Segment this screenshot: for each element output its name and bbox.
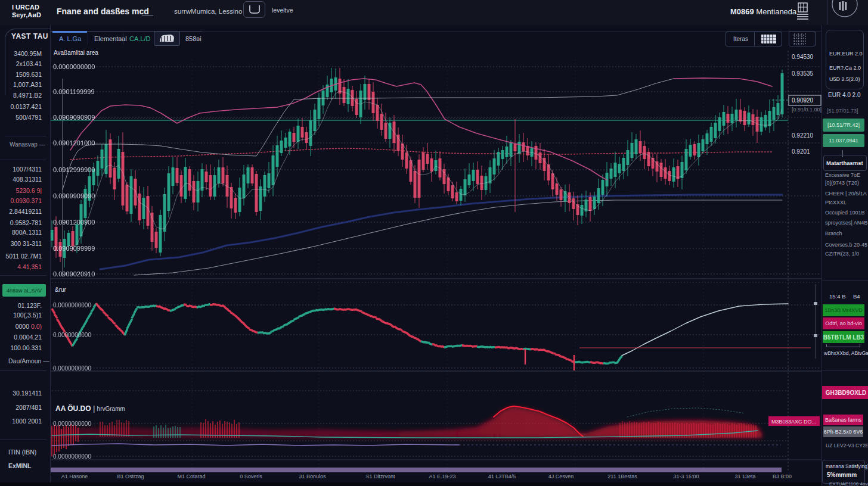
svg-text:M3Bc83AXC DO...: M3Bc83AXC DO... [771, 419, 816, 425]
svg-text:4J Cesven: 4J Cesven [548, 473, 574, 479]
svg-text:&rur: &rur [55, 286, 67, 293]
svg-text:M1 Cotarad: M1 Cotarad [177, 473, 205, 479]
svg-text:0.94530: 0.94530 [792, 54, 814, 60]
svg-text:0.92210: 0.92210 [792, 132, 814, 139]
svg-text:S1 Ditzrvont: S1 Ditzrvont [365, 473, 395, 479]
svg-text:0.93535: 0.93535 [792, 70, 814, 77]
svg-text:0 Soveris: 0 Soveris [240, 473, 262, 479]
svg-text:A1 E.19-23: A1 E.19-23 [429, 473, 455, 479]
svg-text:31 13eta: 31 13eta [734, 473, 755, 479]
svg-text:B1 Ostrzag: B1 Ostrzag [117, 473, 144, 479]
svg-text:Avaßamlitai area: Avaßamlitai area [54, 49, 98, 56]
svg-text:31-3 15:00: 31-3 15:00 [673, 473, 699, 479]
svg-text:0.0909090909: 0.0909090909 [53, 114, 95, 121]
svg-text:31 Bonulos: 31 Bonulos [299, 473, 326, 479]
svg-text:0.0909909090: 0.0909909090 [53, 192, 95, 200]
svg-text:41 L3TB4/5: 41 L3TB4/5 [488, 473, 516, 479]
svg-text:B3 B:00: B3 B:00 [773, 473, 792, 479]
svg-text:0.0000000000: 0.0000000000 [53, 332, 91, 338]
svg-text:211 1Bestas: 211 1Bestas [607, 473, 637, 479]
svg-text:[0.91/0.1.00]: [0.91/0.1.00] [792, 107, 822, 113]
svg-text:0.0000000000: 0.0000000000 [53, 365, 91, 372]
svg-text:0.0000000000: 0.0000000000 [53, 63, 95, 70]
svg-text:AA ÖU.DO | hrvGramm: AA ÖU.DO | hrvGramm [55, 404, 125, 413]
svg-text:0.90920: 0.90920 [792, 97, 814, 104]
svg-text:0.9201: 0.9201 [792, 148, 810, 155]
svg-text:0.0000000000: 0.0000000000 [53, 420, 91, 427]
svg-text:0.0901199999: 0.0901199999 [53, 88, 95, 95]
svg-text:0.0000000000: 0.0000000000 [53, 302, 91, 309]
svg-text:0.0000000000: 0.0000000000 [53, 453, 91, 460]
svg-text:0.0909099999: 0.0909099999 [53, 245, 95, 252]
svg-text:A1 Hasone: A1 Hasone [61, 473, 88, 479]
svg-text:0.0909020910: 0.0909020910 [53, 270, 95, 278]
svg-text:0.0901201000: 0.0901201000 [53, 139, 95, 147]
svg-text:0.0901200900: 0.0901200900 [53, 219, 95, 226]
svg-text:0.0912999900: 0.0912999900 [53, 166, 95, 173]
